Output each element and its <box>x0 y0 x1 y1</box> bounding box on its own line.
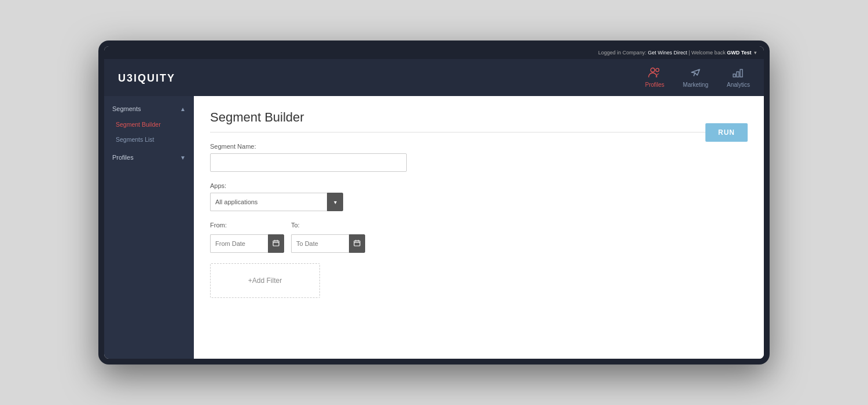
segments-section-label: Segments <box>112 105 141 112</box>
profiles-section-label: Profiles <box>112 154 134 161</box>
segment-name-input[interactable] <box>210 153 407 172</box>
from-label: From: <box>210 222 284 229</box>
svg-point-0 <box>651 68 655 72</box>
apps-group: Apps: All applications ▾ <box>210 182 748 211</box>
svg-rect-2 <box>733 74 735 77</box>
date-row: From: <box>210 222 748 253</box>
profiles-chevron-icon: ▼ <box>180 154 186 161</box>
segments-chevron-icon: ▲ <box>180 106 186 112</box>
sidebar-section-profiles: Profiles ▼ <box>104 149 194 165</box>
add-filter-button[interactable]: +Add Filter <box>210 263 320 298</box>
sidebar-item-segment-builder[interactable]: Segment Builder <box>104 117 194 132</box>
nav-item-profiles[interactable]: Profiles <box>645 67 664 88</box>
analytics-icon <box>732 67 745 79</box>
from-date-input[interactable] <box>210 234 268 253</box>
svg-rect-5 <box>273 241 279 246</box>
nav-label-profiles: Profiles <box>645 82 664 88</box>
separator-text: | Welcome back <box>689 50 727 56</box>
sidebar-profiles-header[interactable]: Profiles ▼ <box>104 149 194 165</box>
segment-name-group: Segment Name: RUN <box>210 143 748 172</box>
marketing-icon <box>689 67 702 79</box>
status-bar: Logged in Company: Get Wines Direct | We… <box>104 46 764 59</box>
sidebar: Segments ▲ Segment Builder Segments List… <box>104 96 194 359</box>
device-frame: Logged in Company: Get Wines Direct | We… <box>98 41 770 365</box>
apps-label: Apps: <box>210 182 748 189</box>
device-inner: Logged in Company: Get Wines Direct | We… <box>104 46 764 359</box>
main-content: Segment Builder Segment Name: RUN Apps: … <box>194 96 764 359</box>
calendar-icon-from <box>273 240 279 248</box>
to-date-input[interactable] <box>291 234 349 253</box>
company-name: Get Wines Direct <box>648 50 687 56</box>
sidebar-item-segments-list[interactable]: Segments List <box>104 132 194 147</box>
apps-select[interactable]: All applications <box>210 193 327 211</box>
user-name: GWD Test <box>727 50 751 56</box>
content-area: Segments ▲ Segment Builder Segments List… <box>104 96 764 359</box>
segments-list-label: Segments List <box>116 136 155 143</box>
sidebar-segments-header[interactable]: Segments ▲ <box>104 101 194 117</box>
main-header: U3IQUITY Profiles <box>104 59 764 96</box>
apps-row: All applications ▾ <box>210 193 343 211</box>
svg-rect-9 <box>354 241 360 246</box>
svg-point-1 <box>656 68 660 72</box>
status-bar-text: Logged in Company: Get Wines Direct | We… <box>598 50 757 56</box>
apps-dropdown-icon: ▾ <box>334 199 337 205</box>
logged-in-label: Logged in Company: <box>598 50 646 56</box>
from-date-calendar-button[interactable] <box>268 234 284 253</box>
date-range-group: From: <box>210 222 748 253</box>
segment-builder-label: Segment Builder <box>116 121 161 128</box>
apps-dropdown-button[interactable]: ▾ <box>327 193 343 211</box>
nav-item-marketing[interactable]: Marketing <box>683 67 708 88</box>
calendar-icon-to <box>354 240 361 248</box>
logo-text: U3IQUITY <box>118 72 175 84</box>
page-title: Segment Builder <box>210 110 748 132</box>
to-label: To: <box>291 222 365 229</box>
to-date-calendar-button[interactable] <box>349 234 365 253</box>
from-input-wrapper <box>210 234 284 253</box>
svg-rect-3 <box>737 72 739 77</box>
nav-items: Profiles Marketing <box>645 67 750 88</box>
sidebar-section-segments: Segments ▲ Segment Builder Segments List <box>104 101 194 147</box>
nav-label-marketing: Marketing <box>683 82 708 88</box>
svg-rect-4 <box>740 69 742 77</box>
logo: U3IQUITY <box>118 71 175 84</box>
to-date-group: To: <box>291 222 365 253</box>
from-date-group: From: <box>210 222 284 253</box>
user-dropdown-arrow[interactable]: ▾ <box>754 50 757 56</box>
segment-name-label: Segment Name: <box>210 143 748 150</box>
nav-label-analytics: Analytics <box>727 82 750 88</box>
run-button[interactable]: RUN <box>705 123 748 142</box>
profiles-icon <box>648 67 661 79</box>
to-input-wrapper <box>291 234 365 253</box>
nav-item-analytics[interactable]: Analytics <box>727 67 750 88</box>
